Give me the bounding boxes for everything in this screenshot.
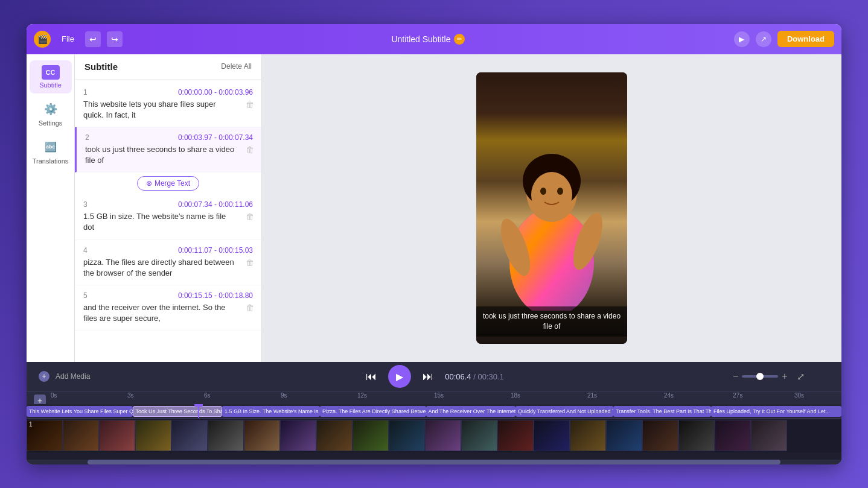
subtitle-clip-7[interactable]: Transfer Tools. The Best Part Is That Th… <box>613 406 711 417</box>
delete-icon-1[interactable]: 🗑 <box>246 100 254 109</box>
subtitle-clip-8[interactable]: Files Uploaded, Try It Out For Yourself … <box>711 406 841 417</box>
zoom-thumb <box>756 373 764 380</box>
subtitle-clip-3[interactable]: 1.5 GB In Size. The Website's Name Is Fi… <box>222 406 320 417</box>
share-button[interactable]: ↗ <box>756 31 771 47</box>
total-time: 00:30.1 <box>477 372 503 381</box>
frame-11 <box>389 420 425 451</box>
svg-point-6 <box>540 188 546 195</box>
ruler-0s: 0s <box>51 392 57 399</box>
merge-text-container: ⊗ Merge Text <box>75 176 261 191</box>
subtitle-clip-1[interactable]: This Website Lets You Share Files Super … <box>27 406 133 417</box>
frame-15 <box>534 420 570 451</box>
ruler-27s: 27s <box>733 392 742 399</box>
zoom-in-button[interactable]: + <box>782 371 787 382</box>
ruler-24s: 24s <box>664 392 674 399</box>
subtitle-track-clips: This Website Lets You Share Files Super … <box>27 404 841 418</box>
preview-button[interactable]: ▶ <box>734 31 750 47</box>
subtitle-panel-title: Subtitle <box>85 62 118 72</box>
playhead <box>198 404 199 418</box>
ruler-30s: 30s <box>794 392 804 399</box>
settings-icon: ⚙️ <box>42 101 59 118</box>
sidebar-item-translations[interactable]: 🔤 Translations <box>30 134 72 170</box>
subtitle-panel: Subtitle Delete All 1 0:00:00.00 - 0:00:… <box>75 54 262 362</box>
frame-16 <box>570 420 606 451</box>
ruler-marks-container: 0s 3s 6s 9s 12s 15s 18s 21s 24s 27s 30s <box>51 392 817 404</box>
timeline-area: + 0s 3s 6s 9s 12s 15s 18s 21s 24s 27s 30… <box>27 392 841 464</box>
frame-13 <box>461 420 497 451</box>
zoom-out-button[interactable]: − <box>733 371 738 382</box>
video-caption: took us just three seconds to share a vi… <box>476 306 627 337</box>
zoom-slider[interactable] <box>742 375 778 378</box>
frame-4 <box>135 420 171 451</box>
merge-icon: ⊗ <box>146 179 152 188</box>
ruler-18s: 18s <box>511 392 520 399</box>
logo-icon: 🎬 <box>37 34 48 44</box>
app-window: 🎬 File ↩ ↪ Untitled Subtitle ✏ ▶ ↗ Downl… <box>27 24 841 464</box>
redo-button[interactable]: ↪ <box>107 31 123 47</box>
timeline-tracks: This Website Lets You Share Files Super … <box>27 404 841 460</box>
subtitle-clip-6[interactable]: Quickly Transferred And Not Uploaded To … <box>515 406 613 417</box>
translations-label: Translations <box>33 157 69 165</box>
add-media-plus-icon[interactable]: + <box>39 371 49 382</box>
subtitle-item-4-header: 4 0:00:11.07 - 0:00:15.03 <box>83 246 253 255</box>
subtitle-item-3[interactable]: 3 0:00:07.34 - 0:00:11.06 1.5 GB in size… <box>75 194 261 239</box>
timeline-scrollbar[interactable] <box>27 460 841 464</box>
subtitle-text-4: pizza. The files are directly shared bet… <box>83 257 253 279</box>
subtitle-item-1[interactable]: 1 0:00:00.00 - 0:00:03.96 This website l… <box>75 82 261 127</box>
settings-label: Settings <box>39 119 63 127</box>
delete-icon-5[interactable]: 🗑 <box>246 303 254 312</box>
delete-icon-2[interactable]: 🗑 <box>246 145 254 154</box>
delete-all-button[interactable]: Delete All <box>221 62 252 71</box>
playback-right: − + ⤢ <box>733 369 829 384</box>
subtitle-item-2-header: 2 0:00:03.97 - 0:00:07.34 <box>85 133 253 142</box>
frame-17 <box>606 420 642 451</box>
subtitle-item-2[interactable]: 2 0:00:03.97 - 0:00:07.34 took us just t… <box>75 127 261 173</box>
subtitle-num-2: 2 <box>85 133 89 142</box>
merge-text-label: Merge Text <box>155 179 190 188</box>
skip-forward-button[interactable]: ⏭ <box>421 369 435 384</box>
subtitle-time-5: 0:00:15.15 - 0:00:18.80 <box>178 291 253 300</box>
file-menu[interactable]: File <box>57 32 79 46</box>
zoom-controls: − + <box>733 371 788 382</box>
ruler-15s: 15s <box>434 392 444 399</box>
add-media-label[interactable]: Add Media <box>56 372 90 381</box>
frame-3 <box>99 420 135 451</box>
ruler-21s: 21s <box>587 392 597 399</box>
subtitle-text-1: This website lets you share files super … <box>83 99 253 121</box>
expand-button[interactable]: ⤢ <box>794 369 808 384</box>
subtitle-clip-2[interactable]: Took Us Just Three Seconds To Share A Vi… <box>133 406 223 417</box>
subtitle-label: Subtitle <box>39 81 62 89</box>
frame-9 <box>316 420 353 451</box>
subtitle-item-5[interactable]: 5 0:00:15.15 - 0:00:18.80 and the receiv… <box>75 285 261 331</box>
ruler-6s: 6s <box>204 392 211 399</box>
video-track: 1 <box>27 419 841 452</box>
track-number: 1 <box>29 421 33 428</box>
title-edit-icon[interactable]: ✏ <box>454 34 465 45</box>
sidebar-item-subtitle[interactable]: CC Subtitle <box>30 60 72 93</box>
playback-left: + Add Media <box>39 371 135 382</box>
playback-bar: + Add Media ⏮ ▶ ⏭ 00:06.4 / 00:30.1 − <box>27 362 841 392</box>
download-button[interactable]: Download <box>777 31 834 47</box>
frame-21 <box>751 420 787 451</box>
video-preview: took us just three seconds to share a vi… <box>476 72 627 344</box>
subtitle-time-4: 0:00:11.07 - 0:00:15.03 <box>178 246 253 255</box>
preview-area: took us just three seconds to share a vi… <box>262 54 841 362</box>
sidebar-item-settings[interactable]: ⚙️ Settings <box>30 96 72 132</box>
subtitle-text-3: 1.5 GB in size. The website's name is fi… <box>83 211 253 233</box>
undo-button[interactable]: ↩ <box>85 31 101 47</box>
subtitle-item-4[interactable]: 4 0:00:11.07 - 0:00:15.03 pizza. The fil… <box>75 240 261 285</box>
translations-icon: 🔤 <box>42 139 59 156</box>
delete-icon-3[interactable]: 🗑 <box>246 212 254 221</box>
subtitle-num-5: 5 <box>83 291 88 300</box>
app-logo: 🎬 <box>34 31 51 48</box>
delete-icon-4[interactable]: 🗑 <box>246 258 254 267</box>
subtitle-time-3: 0:00:07.34 - 0:00:11.06 <box>178 200 253 209</box>
skip-back-button[interactable]: ⏮ <box>364 369 378 384</box>
header: 🎬 File ↩ ↪ Untitled Subtitle ✏ ▶ ↗ Downl… <box>27 24 841 54</box>
subtitle-clip-4[interactable]: Pizza. The Files Are Directly Shared Bet… <box>320 406 426 417</box>
play-pause-button[interactable]: ▶ <box>388 365 411 388</box>
add-track-button[interactable]: + <box>34 395 46 404</box>
subtitle-panel-header: Subtitle Delete All <box>75 54 261 80</box>
subtitle-clip-5[interactable]: And The Receiver Over The Internet. So T… <box>426 406 516 417</box>
merge-text-button[interactable]: ⊗ Merge Text <box>137 176 199 191</box>
